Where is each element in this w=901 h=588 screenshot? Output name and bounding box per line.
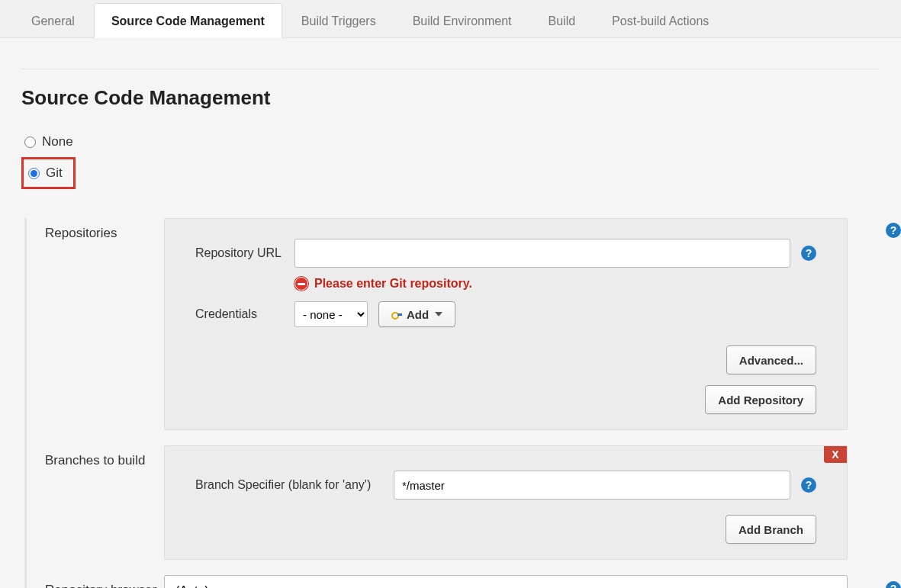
help-icon[interactable]: ? bbox=[801, 477, 816, 493]
add-credentials-button[interactable]: Add bbox=[378, 301, 455, 327]
repo-browser-label: Repository browser bbox=[27, 575, 164, 588]
delete-branch-button[interactable]: X bbox=[824, 446, 847, 463]
help-icon[interactable]: ? bbox=[886, 581, 901, 588]
radio-git-label: Git bbox=[46, 165, 63, 181]
radio-none-label: None bbox=[42, 134, 73, 149]
radio-none[interactable] bbox=[24, 137, 36, 148]
git-config-body: Repositories ? Repository URL ? Ple bbox=[24, 218, 880, 588]
tab-build-environment[interactable]: Build Environment bbox=[395, 3, 529, 37]
tab-post-build[interactable]: Post-build Actions bbox=[594, 3, 726, 37]
tab-build-triggers[interactable]: Build Triggers bbox=[284, 3, 394, 37]
repository-panel: Repository URL ? Please enter Git reposi… bbox=[164, 218, 848, 430]
config-tabs: General Source Code Management Build Tri… bbox=[0, 0, 901, 38]
branch-panel: X Branch Specifier (blank for 'any') ? A… bbox=[164, 445, 848, 560]
tab-general[interactable]: General bbox=[14, 3, 92, 37]
error-icon bbox=[294, 277, 308, 291]
scm-option-git[interactable]: Git bbox=[21, 157, 76, 189]
branch-specifier-row: Branch Specifier (blank for 'any') ? bbox=[195, 471, 816, 500]
radio-git[interactable] bbox=[28, 168, 40, 179]
repo-browser-select[interactable]: (Auto) bbox=[164, 575, 848, 588]
branch-specifier-label: Branch Specifier (blank for 'any') bbox=[195, 478, 394, 492]
advanced-button[interactable]: Advanced... bbox=[726, 345, 816, 374]
add-cred-label: Add bbox=[407, 308, 429, 321]
repo-url-row: Repository URL ? bbox=[195, 239, 816, 268]
credentials-label: Credentials bbox=[195, 307, 294, 321]
tab-scm[interactable]: Source Code Management bbox=[94, 3, 282, 38]
section-title: Source Code Management bbox=[21, 86, 880, 110]
add-repository-button[interactable]: Add Repository bbox=[705, 385, 816, 414]
credentials-select[interactable]: - none - bbox=[294, 301, 368, 327]
credentials-row: Credentials - none - Add bbox=[195, 301, 816, 327]
repo-url-label: Repository URL bbox=[195, 246, 294, 260]
separator bbox=[21, 69, 880, 69]
add-branch-button[interactable]: Add Branch bbox=[726, 515, 816, 544]
help-icon[interactable]: ? bbox=[801, 246, 816, 261]
repo-url-input[interactable] bbox=[294, 239, 790, 268]
tab-build[interactable]: Build bbox=[531, 3, 594, 37]
row-repositories: Repositories ? Repository URL ? Ple bbox=[27, 218, 880, 430]
help-icon[interactable]: ? bbox=[886, 223, 901, 238]
error-text: Please enter Git repository. bbox=[314, 277, 472, 291]
scm-option-none[interactable]: None bbox=[24, 134, 880, 149]
repositories-label: Repositories bbox=[27, 218, 164, 241]
branch-specifier-input[interactable] bbox=[394, 471, 790, 500]
branches-label: Branches to build bbox=[27, 445, 164, 468]
chevron-down-icon bbox=[435, 312, 442, 316]
key-icon bbox=[391, 310, 402, 318]
row-repo-browser: Repository browser ? (Auto) bbox=[27, 575, 880, 588]
repo-url-error: Please enter Git repository. bbox=[294, 277, 816, 291]
row-branches: Branches to build X Branch Specifier (bl… bbox=[27, 445, 880, 560]
